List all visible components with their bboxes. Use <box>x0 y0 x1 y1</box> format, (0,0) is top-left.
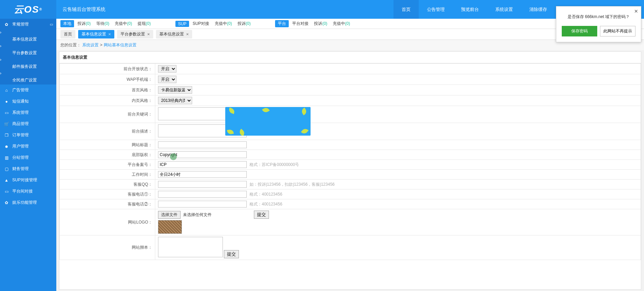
status-local-recharge[interactable]: 充值中(0) <box>115 21 132 27</box>
breadcrumb-system[interactable]: 系统设置 <box>82 42 99 48</box>
tab-basic-2[interactable]: 基本信息设置✕ <box>156 30 192 39</box>
popup-message: 是否保存 666km.net 域下的密码？ <box>562 14 635 20</box>
script-submit-button[interactable]: 提交 <box>224 250 239 258</box>
nav-item-finance[interactable]: ▢财务管理 <box>0 163 56 174</box>
close-icon[interactable]: ✕ <box>108 32 111 36</box>
topnav-clearcache[interactable]: 清除缓存 <box>521 0 555 19</box>
input-icp[interactable] <box>158 161 247 168</box>
tab-platform[interactable]: 平台参数设置✕ <box>117 30 153 39</box>
select-open-state[interactable]: 开启 <box>158 65 176 73</box>
label-wap: WAP手机端： <box>60 74 155 85</box>
label-open-state: 前台开放状态： <box>60 64 155 74</box>
nav-item-goods[interactable]: 🛒商品管理 <box>0 118 56 129</box>
nav-item-sup[interactable]: ▲SUP对接管理 <box>0 174 56 186</box>
monitor-icon: ▭ <box>4 110 9 115</box>
nav-item-general[interactable]: ✿ 常规管理 ▭ <box>0 19 56 30</box>
input-qq[interactable] <box>158 181 247 188</box>
sub-item-platform[interactable]: 平台参数设置 <box>0 48 56 57</box>
input-tel1[interactable] <box>158 191 247 198</box>
sub-item-promo[interactable]: 全民推广设置 <box>0 76 56 85</box>
save-password-button[interactable]: 保存密码 <box>562 26 597 36</box>
logo-text: 云OS <box>14 3 39 16</box>
hint-tel1: 格式：400123456 <box>249 192 282 197</box>
hint-tel2: 格式：400123456 <box>249 202 282 206</box>
logo-submit-button[interactable]: 提交 <box>254 211 269 219</box>
sub-nav: ›基本信息设置 ›平台参数设置 ›邮件服务设置 ›全民推广设置 <box>0 30 56 85</box>
close-icon[interactable]: ✕ <box>634 9 638 14</box>
gear-icon: ✿ <box>4 22 9 27</box>
textarea-script[interactable] <box>158 237 223 257</box>
status-local-wait[interactable]: 等待(0) <box>96 21 110 27</box>
label-home-style: 首页风格： <box>60 85 155 95</box>
breadcrumb-basic[interactable]: 网站基本信息设置 <box>104 42 137 48</box>
plug-icon: ▲ <box>4 178 9 183</box>
layers-icon: ▥ <box>4 155 9 160</box>
nav-item-entertainment[interactable]: ✿娱乐功能管理 <box>0 197 56 208</box>
label-icp: 平台备案号： <box>60 160 155 170</box>
label-logo: 网站LOGO： <box>60 209 155 235</box>
nav-item-platform-link[interactable]: ▭平台间对接 <box>0 186 56 197</box>
topnav-announce[interactable]: 公告管理 <box>419 0 453 19</box>
select-home-style[interactable]: 卡易信新版蓝色 <box>158 86 192 94</box>
textarea-desc[interactable] <box>158 124 247 137</box>
tab-basic-1[interactable]: 基本信息设置✕ <box>78 30 114 39</box>
panel-title: 基本信息设置 <box>59 52 641 63</box>
input-site-title[interactable] <box>158 141 247 148</box>
status-sup-recharge[interactable]: 充值中(0) <box>215 21 232 27</box>
textarea-keywords[interactable] <box>158 107 247 120</box>
label-tel2: 客服电话②： <box>60 199 155 209</box>
logo-sup: ® <box>39 7 42 11</box>
select-inner-style[interactable]: 2013经典内页 <box>158 97 192 104</box>
input-tel2[interactable] <box>158 201 247 208</box>
sub-item-basic[interactable]: 基本信息设置 <box>0 35 56 44</box>
status-sup-link[interactable]: SUP对接 <box>192 21 209 27</box>
logo: 云OS® <box>0 0 56 19</box>
label-keywords: 前台关键词： <box>60 106 155 123</box>
wallet-icon: ▢ <box>4 167 9 171</box>
status-plat-link[interactable]: 平台对接 <box>292 21 309 27</box>
status-badge-local: 本地 <box>60 20 74 27</box>
status-sup-complaint[interactable]: 投诉(0) <box>238 21 251 27</box>
label-worktime: 工作时间： <box>60 170 155 180</box>
nav-item-substation[interactable]: ▥分站管理 <box>0 152 56 163</box>
copy-icon: ❐ <box>4 133 9 138</box>
input-worktime[interactable] <box>158 171 247 178</box>
nav-item-orders[interactable]: ❐订单管理 <box>0 129 56 141</box>
select-wap[interactable]: 开启 <box>158 76 176 83</box>
close-icon[interactable]: ✕ <box>186 32 189 36</box>
settings-panel: 基本信息设置 前台开放状态： 开启 WAP手机端： 开启 首页风格： 卡易信新版… <box>59 51 641 290</box>
status-plat-complaint[interactable]: 投诉(0) <box>314 21 327 27</box>
link-icon: ▭ <box>4 189 9 194</box>
password-save-popup: ✕ 是否保存 666km.net 域下的密码？ 保存密码 此网站不再提示 <box>556 6 641 42</box>
user-icon: ☻ <box>4 144 9 149</box>
label-desc: 前台描述： <box>60 123 155 140</box>
main: 云售辅后台管理系统 首页 公告管理 预览前台 系统设置 清除缓存 本地 投诉(0… <box>56 0 644 291</box>
status-badge-platform: 平台 <box>275 20 289 27</box>
topnav-preview[interactable]: 预览前台 <box>453 0 487 19</box>
status-badge-sup: SUP <box>175 21 189 27</box>
label-inner-style: 内页风格： <box>60 95 155 106</box>
label-tel1: 客服电话①： <box>60 189 155 199</box>
nav-item-system[interactable]: ▭系统管理 <box>0 107 56 118</box>
close-icon[interactable]: ✕ <box>147 32 150 36</box>
status-local-complaint[interactable]: 投诉(0) <box>77 21 91 27</box>
file-choose-button[interactable]: 选择文件 <box>158 211 181 219</box>
app-title: 云售辅后台管理系统 <box>56 6 105 13</box>
nav-item-users[interactable]: ☻用户管理 <box>0 141 56 152</box>
never-save-button[interactable]: 此网站不再提示 <box>600 26 635 36</box>
sub-item-mail[interactable]: 邮件服务设置 <box>0 62 56 71</box>
hint-qq: 如：投诉|123456，扣款|123456，客服|123456 <box>249 182 334 187</box>
file-status: 未选择任何文件 <box>183 212 212 217</box>
nav-label: 常规管理 <box>12 21 29 27</box>
topnav-settings[interactable]: 系统设置 <box>487 0 521 19</box>
nav-item-ads[interactable]: ⌂广告管理 <box>0 85 56 96</box>
label-script: 网站脚本： <box>60 235 155 260</box>
status-plat-recharge[interactable]: 充值中(0) <box>333 21 350 27</box>
input-copyright[interactable] <box>158 151 247 158</box>
tab-home[interactable]: 首页 <box>60 30 75 39</box>
sidebar: 云OS® ✿ 常规管理 ▭ ›基本信息设置 ›平台参数设置 ›邮件服务设置 ›全… <box>0 0 56 291</box>
topnav-home[interactable]: 首页 <box>393 0 419 19</box>
status-local-withdraw[interactable]: 提现(0) <box>138 21 151 27</box>
nav-item-sms[interactable]: ●短信通知 <box>0 96 56 107</box>
logo-preview <box>158 220 182 234</box>
